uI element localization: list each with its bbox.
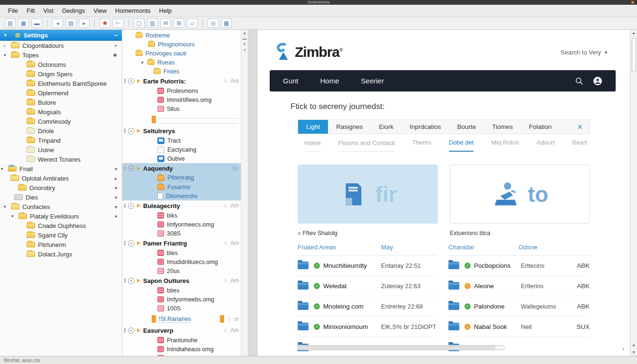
filter-icon[interactable]: ▬ [243,36,246,42]
sidebar-item[interactable]: ▸ Clogontladours + [0,41,122,50]
secondary-tab[interactable]: Floums and Contacit [338,134,395,152]
sidebar-item[interactable]: Sgamt Clly [0,230,122,240]
search-scope-dropdown[interactable]: Search to Very ▼ [561,49,608,56]
star-icon[interactable]: ☆ [223,78,228,84]
tree-item[interactable]: ▾ Roeas [122,58,241,67]
caret-icon[interactable]: ▾ [11,214,17,218]
tree-item[interactable]: Eilue [122,354,241,356]
down-icon[interactable]: ▾ [115,166,117,172]
search-icon[interactable] [575,77,583,85]
scrollbar-thumb[interactable] [632,38,636,72]
toolbar-copy-button[interactable]: ▤ [65,18,76,28]
expand-circle-icon[interactable] [128,328,134,334]
tree-item[interactable]: Phngnomours [122,40,241,49]
sidebar-item[interactable]: Oplotal Amtirates ▸ [0,173,122,183]
sidebar-item[interactable]: Comrlesody [0,117,122,126]
tree-item[interactable]: Prantunuhe [122,336,241,345]
primary-tab[interactable]: Folation [521,120,560,134]
plus-icon[interactable]: + [114,43,117,48]
sidebar-item[interactable]: ▾ Confactes ▾ [0,202,122,211]
vertical-scrollbar[interactable]: ▲ ▼ ▼ [630,30,637,356]
sidebar-item[interactable]: Dies ▾ [0,192,122,202]
tree-item[interactable]: bties [122,286,241,295]
tree-item[interactable]: Eactycaing [122,145,241,154]
table-row[interactable]: ! Aleone Erlterins ABK [448,276,590,296]
caret-icon[interactable]: ▸ [4,43,9,48]
toolbar-file-button[interactable]: ▤ [5,18,16,28]
tree-item[interactable]: 100S [122,304,241,313]
tree-item[interactable]: Fistes [122,67,241,76]
scroll-down-icon[interactable]: ▼ [632,349,636,356]
tree-item[interactable]: Sllus [122,104,241,113]
tree-section[interactable]: Sapon Outtures ☆ Am [122,275,241,286]
menu-item[interactable]: Help [155,6,176,16]
toolbar-mail-button[interactable]: ✉ [160,18,171,28]
scroll-up-icon[interactable]: ▲ [243,30,246,36]
column-header[interactable]: Odsne [519,244,590,251]
scroll-down-icon[interactable]: ▼ [632,343,636,349]
toolbar-clock-button[interactable]: ◎ [208,18,218,28]
secondary-tab[interactable]: Adourt [537,134,555,152]
star-icon[interactable]: ☆ [227,316,232,322]
tree-item[interactable]: Imnslrtifiees.omg [122,95,241,104]
toolbar-table-button[interactable]: ▦ [221,18,232,28]
funnel-icon[interactable]: ✦ [243,47,246,53]
tree-item[interactable]: bles [122,248,241,257]
pin-icon[interactable]: ✱ [113,53,117,58]
table-row[interactable]: ✓ Weledat Zuteriay 22:63 [298,276,437,296]
sort-icon[interactable]: ▼ [243,42,246,47]
toolbar-card-button[interactable]: ▥ [147,18,158,28]
sidebar-item[interactable]: Elothemurts BamtSporee [0,79,122,88]
sidebar-item[interactable]: ▾ Topes ✱ [0,50,122,60]
column-header[interactable]: May [381,244,437,251]
account-icon[interactable] [593,76,602,86]
tree-pending-row[interactable] [122,113,241,126]
caret-icon[interactable]: ▾ [1,166,7,171]
column-header[interactable]: Chanidar [448,244,519,251]
tree-item[interactable]: Prolesmons [122,86,241,95]
secondary-tab[interactable]: Mej Rolon [491,134,519,152]
sidebar-item[interactable]: Butore [0,98,122,107]
sidebar-item[interactable]: Gnorobry ▾ [0,183,122,192]
menu-item[interactable]: Homermonts [111,6,155,16]
nav-item[interactable]: Seerier [361,77,384,85]
caret-icon[interactable]: ▾ [141,60,147,65]
toolbar-images-button[interactable]: ▦ [18,18,29,28]
expand-circle-icon[interactable] [128,203,134,209]
close-icon[interactable]: ✕ [577,123,589,131]
primary-tab[interactable]: Inprdcatios [401,120,449,134]
down-icon[interactable]: ▾ [115,204,117,209]
extensions-card[interactable]: to [450,164,590,224]
sidebar-item[interactable]: ▾ Fnail ▾ [0,164,122,173]
primary-tab[interactable]: Rasignes [328,120,371,134]
tree-pending-row[interactable]: !Sl.Ranaries ☆ ⇄ [122,313,241,325]
tree-section[interactable]: Earte Putorris: ☆ Am [122,76,241,86]
sidebar-item[interactable]: Werect Tcnares [0,155,122,164]
table-row[interactable]: ✓ Palondone Wallegeiums ABK [448,296,590,317]
sidebar-item[interactable]: ▾ Piataly Eveildours ▾ [0,211,122,221]
nav-item[interactable]: Gunt [283,77,299,85]
scroll-right-icon[interactable]: › [622,345,624,352]
sidebar-item[interactable]: Octonums [0,60,122,69]
scrollbar-thumb[interactable] [299,346,495,349]
sidebar-item[interactable]: Pitrlunerm [0,240,122,249]
toolbar-prev-button[interactable]: ◂ [52,18,63,28]
expand-circle-icon[interactable] [128,128,134,134]
sidebar-item[interactable]: Origm Spers [0,69,122,79]
tree-item[interactable]: biks [122,211,241,220]
sidebar-item[interactable]: Dolact.Jurgs [0,249,122,259]
nav-item[interactable]: Home [320,77,339,85]
tree-item[interactable]: Pnovoges oauti [122,49,241,58]
tree-item[interactable]: Tract [122,136,241,145]
toolbar-handle-button[interactable]: ⊢ [113,18,124,28]
star-icon[interactable]: ☆ [223,277,228,284]
sidebar-header[interactable]: ▾ ⚙ Settings − [0,30,122,41]
primary-tab[interactable]: Eiork [371,120,402,134]
toolbar-window-button[interactable]: ⊞ [173,18,184,28]
star-icon[interactable]: ☆ [223,240,228,246]
expand-circle-icon[interactable] [128,165,134,172]
tree-item[interactable]: Ditsmerrchs [122,191,241,200]
tree-item[interactable]: Fusarms [122,182,241,191]
secondary-tab[interactable]: Dobe det [449,134,474,152]
toolbar-folder-button[interactable]: ▱ [187,18,198,28]
